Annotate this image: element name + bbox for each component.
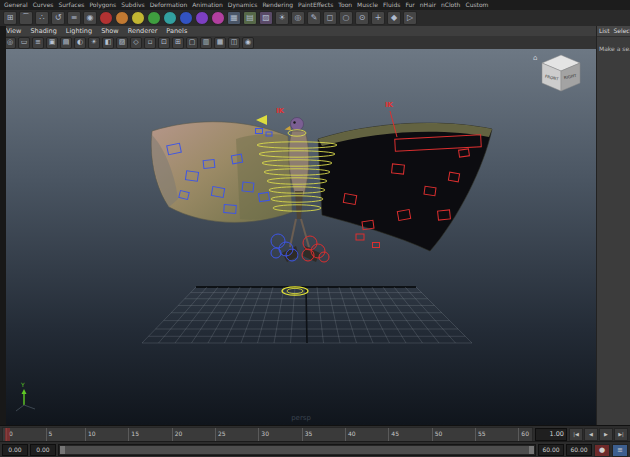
image-plane-icon[interactable]: ▤ — [60, 37, 72, 49]
shelf-tab[interactable]: Custom — [465, 0, 488, 10]
frame-tick: 60 — [518, 428, 529, 441]
head-arrow-control[interactable] — [256, 115, 267, 125]
bookmarks-icon[interactable]: ▣ — [46, 37, 58, 49]
range-handle-right[interactable] — [529, 446, 534, 454]
shelf-tab[interactable]: Fluids — [383, 0, 401, 10]
time-slider-ruler[interactable]: 051015202530354045505560 — [2, 427, 533, 442]
playblast-icon[interactable]: ▷ — [403, 11, 417, 25]
current-time-field[interactable]: 1.00 — [535, 428, 567, 441]
snap-grid-icon[interactable]: ⊞ — [3, 11, 17, 25]
shelf-tab[interactable]: nCloth — [441, 0, 461, 10]
current-frame-marker[interactable] — [5, 428, 10, 441]
constraint-icon[interactable]: ◆ — [387, 11, 401, 25]
shelf-tab[interactable]: General — [4, 0, 28, 10]
material-ball-teal-icon[interactable] — [163, 11, 177, 25]
camera-icon[interactable]: ◎ — [291, 11, 305, 25]
range-slider[interactable] — [58, 444, 536, 456]
material-ball-purple-icon[interactable] — [195, 11, 209, 25]
anim-start-field[interactable]: 0.00 — [2, 444, 28, 456]
panel-menu-item[interactable]: Lighting — [66, 26, 92, 36]
textured-mode-icon[interactable]: ▨ — [116, 37, 128, 49]
poly-sphere-icon[interactable]: ○ — [339, 11, 353, 25]
panel-menu-item[interactable]: Show — [101, 26, 119, 36]
snap-point-icon[interactable]: ∴ — [35, 11, 49, 25]
shelf-tab[interactable]: Toon — [338, 0, 352, 10]
camera-attributes-icon[interactable]: ≡ — [32, 37, 44, 49]
joint-tool-icon[interactable]: + — [371, 11, 385, 25]
film-gate-icon[interactable]: ▢ — [186, 37, 198, 49]
two-sided-lighting-icon[interactable]: ◐ — [74, 37, 86, 49]
material-ball-pink-icon[interactable] — [211, 11, 225, 25]
panel-toolbar: ◎▭≡▣▤◐☀◧▨◇▫⊡⊞▢▥▦◫◉ — [0, 36, 604, 50]
shelf-tab[interactable]: Deformation — [150, 0, 187, 10]
construction-history-icon[interactable]: ↺ — [51, 11, 65, 25]
safe-action-icon[interactable]: ◉ — [242, 37, 254, 49]
material-ball-orange-icon[interactable] — [115, 11, 129, 25]
viewport-3d[interactable]: IK IK persp ⌂ FRONT RIGHT Y — [6, 49, 596, 425]
anim-prefs-button[interactable]: ≡ — [612, 444, 628, 457]
lock-camera-icon[interactable]: ▭ — [18, 37, 30, 49]
range-slider-row: 0.00 0.00 60.00 60.00 ●≡ — [0, 441, 630, 457]
go-to-end-button[interactable]: ▶| — [614, 428, 628, 441]
material-ball-green-icon[interactable] — [147, 11, 161, 25]
go-to-start-button[interactable]: |◀ — [569, 428, 583, 441]
material-ball-red-icon[interactable] — [99, 11, 113, 25]
home-icon[interactable]: ⌂ — [533, 54, 537, 62]
checker-texture-icon[interactable]: ▦ — [227, 11, 241, 25]
noise-texture-icon[interactable]: ▨ — [259, 11, 273, 25]
grid-toggle-icon[interactable]: ⊞ — [172, 37, 184, 49]
shelf-tab[interactable]: Fur — [405, 0, 414, 10]
poly-cube-icon[interactable]: ◻ — [323, 11, 337, 25]
nurbs-circle-icon[interactable]: ⊙ — [355, 11, 369, 25]
material-ball-blue-icon[interactable] — [179, 11, 193, 25]
right-wing — [318, 123, 492, 251]
frame-tick: 35 — [302, 428, 313, 441]
shelf-tab[interactable]: Muscle — [357, 0, 378, 10]
shelf-tab[interactable]: Dynamics — [228, 0, 258, 10]
wireframe-on-shaded-icon[interactable]: ◇ — [130, 37, 142, 49]
paint-effects-icon[interactable]: ✎ — [307, 11, 321, 25]
range-handle-left[interactable] — [60, 446, 65, 454]
light-icon[interactable]: ☀ — [275, 11, 289, 25]
frame-tick: 5 — [46, 428, 53, 441]
snap-curve-icon[interactable]: ⌒ — [19, 11, 33, 25]
shelf-tab[interactable]: Rendering — [262, 0, 293, 10]
xray-icon[interactable]: ▫ — [144, 37, 156, 49]
attribute-editor-menu-item[interactable]: Selected — [614, 26, 630, 36]
shelf-tab[interactable]: PaintEffects — [298, 0, 333, 10]
field-chart-icon[interactable]: ◫ — [228, 37, 240, 49]
isolate-select-icon[interactable]: ⊡ — [158, 37, 170, 49]
playback-end-field[interactable]: 60.00 — [538, 444, 564, 456]
ground-plane-grid — [142, 287, 472, 343]
view-cube[interactable]: ⌂ FRONT RIGHT — [533, 54, 580, 91]
material-ball-yellow-icon[interactable] — [131, 11, 145, 25]
anim-buttons: ●≡ — [594, 444, 628, 457]
shelf-tab[interactable]: nHair — [420, 0, 436, 10]
panel-menu-item[interactable]: Shading — [30, 26, 56, 36]
shelf-tab[interactable]: Polygons — [89, 0, 116, 10]
default-lighting-icon[interactable]: ☀ — [88, 37, 100, 49]
ik-label-right: IK — [385, 101, 394, 109]
shelf-tab[interactable]: Subdivs — [121, 0, 145, 10]
frame-tick: 15 — [128, 428, 139, 441]
play-button[interactable]: ▶ — [599, 428, 613, 441]
shaded-mode-icon[interactable]: ◧ — [102, 37, 114, 49]
panel-menu-item[interactable]: View — [6, 26, 21, 36]
attribute-editor-menu-item[interactable]: List — [599, 26, 610, 36]
auto-key-button[interactable]: ● — [594, 444, 610, 457]
render-view-icon[interactable]: ◉ — [83, 11, 97, 25]
shelf-tab[interactable]: Animation — [192, 0, 223, 10]
list-input-icon[interactable]: ≡ — [67, 11, 81, 25]
scene-svg: IK IK persp ⌂ FRONT RIGHT Y — [6, 49, 596, 425]
frame-tick: 40 — [345, 428, 356, 441]
gate-mask-icon[interactable]: ▦ — [214, 37, 226, 49]
panel-menu-item[interactable]: Renderer — [128, 26, 158, 36]
resolution-gate-icon[interactable]: ▥ — [200, 37, 212, 49]
panel-menu-item[interactable]: Panels — [166, 26, 187, 36]
shelf-tab[interactable]: Surfaces — [58, 0, 84, 10]
step-back-button[interactable]: ◀ — [584, 428, 598, 441]
playback-start-field[interactable]: 0.00 — [30, 444, 56, 456]
anim-end-field[interactable]: 60.00 — [566, 444, 592, 456]
ramp-texture-icon[interactable]: ▤ — [243, 11, 257, 25]
shelf-tab[interactable]: Curves — [33, 0, 54, 10]
